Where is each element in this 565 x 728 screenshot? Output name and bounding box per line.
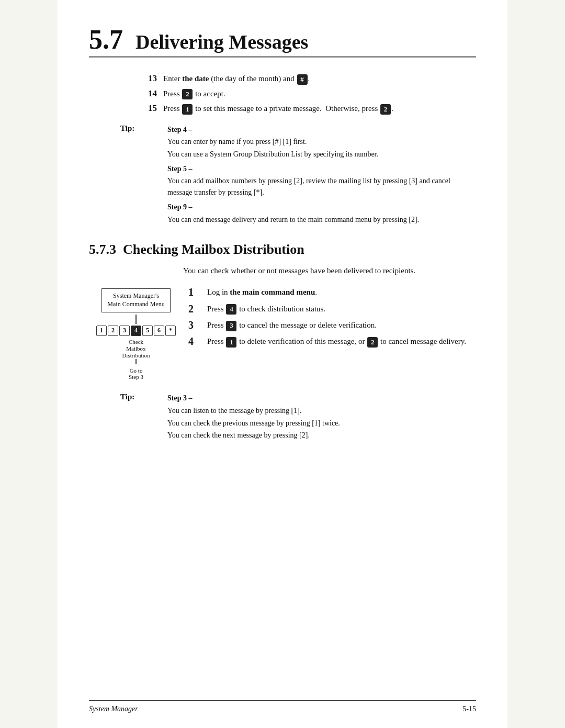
key-2-step14: 2 (182, 89, 193, 99)
step-13-text: Enter the date (the day of the month) an… (163, 73, 476, 85)
main-step-4-num: 4 (188, 335, 207, 348)
key-3-step3: 3 (226, 321, 236, 331)
step-14-num: 14 (141, 88, 163, 99)
diagram-box-line2: Main Command Menu (107, 300, 164, 308)
page: 5.7 Delivering Messages 13 Enter the dat… (58, 0, 507, 728)
diagram-box-line1: System Manager's (113, 292, 159, 299)
diag-key-6: 6 (154, 326, 164, 336)
main-step-3-num: 3 (188, 319, 207, 331)
main-step-4: 4 Press 1 to delete verification of this… (188, 335, 476, 348)
tip-block-1: Tip: Step 4 – You can enter by name if y… (120, 124, 476, 227)
page-footer: System Manager 5-15 (89, 700, 476, 713)
step-14: 14 Press 2 to accept. (141, 88, 476, 100)
subsection-number: 5.7.3 (89, 242, 116, 257)
main-step-3: 3 Press 3 to cancel the message or delet… (188, 319, 476, 331)
main-steps-block: 1 Log in the main command menu. 2 Press … (183, 286, 476, 352)
diag-key-star: * (165, 326, 176, 336)
key-hash: # (297, 74, 308, 85)
tip-label-2: Tip: (120, 393, 167, 442)
tip-step4-para2: You can use a System Group Distribution … (167, 149, 476, 160)
subsection-heading: 5.7.3 Checking Mailbox Distribution (89, 242, 476, 257)
footer-page: 5-15 (462, 705, 476, 713)
step-15: 15 Press 1 to set this message to a priv… (141, 103, 476, 115)
section-number: 5.7 (89, 26, 123, 53)
step-13: 13 Enter the date (the day of the month)… (141, 73, 476, 85)
main-step-1-text: Log in the main command menu. (207, 286, 476, 298)
diagram-label-line1: Check (129, 339, 143, 345)
key-1-step15: 1 (182, 104, 193, 115)
diagram-label-line3: Distribution (122, 352, 150, 359)
diagram-connector-line2 (135, 359, 137, 364)
tip-step4-heading: Step 4 – (167, 124, 476, 136)
step-14-text: Press 2 to accept. (163, 88, 476, 100)
key-2-step4: 2 (367, 337, 378, 348)
tip-content-2: Step 3 – You can listen to the message b… (167, 393, 476, 442)
tip2-step3-para1: You can listen to the message by pressin… (167, 405, 476, 417)
tip-step9-heading: Step 9 – (167, 201, 476, 213)
diag-key-3: 3 (119, 326, 130, 336)
step-13-num: 13 (141, 73, 163, 84)
key-4-step2: 4 (226, 304, 236, 315)
main-step-2-num: 2 (188, 303, 207, 315)
diagram-label: Check Mailbox Distribution (122, 339, 150, 360)
tip2-step3-para3: You can check the next message by pressi… (167, 430, 476, 441)
tip-step5-heading: Step 5 – (167, 163, 476, 175)
steps-top-block: 13 Enter the date (the day of the month)… (141, 73, 476, 115)
key-2-step15: 2 (380, 104, 391, 115)
tip-step5-para1: You can add mailbox numbers by pressing … (167, 175, 476, 198)
tip-block-2: Tip: Step 3 – You can listen to the mess… (120, 393, 476, 442)
tip-step9-para1: You can end message delivery and return … (167, 214, 476, 226)
tip-step4-para1: You can enter by name if you press [#] [… (167, 136, 476, 148)
tip-content-1: Step 4 – You can enter by name if you pr… (167, 124, 476, 227)
diagram-connector-line (135, 315, 137, 324)
section-heading: 5.7 Delivering Messages (89, 26, 476, 58)
tip-label-1: Tip: (120, 124, 167, 227)
main-step-3-text: Press 3 to cancel the message or delete … (207, 319, 476, 331)
diag-key-5: 5 (142, 326, 153, 336)
diagram-label-line2: Mailbox (126, 345, 145, 352)
diag-key-2: 2 (108, 326, 118, 336)
tip2-step3-para2: You can check the previous message by pr… (167, 418, 476, 429)
step-15-text: Press 1 to set this message to a private… (163, 103, 476, 115)
subsection-title: Checking Mailbox Distribution (123, 242, 304, 257)
diag-key-1: 1 (96, 326, 107, 336)
diagram-steps-row: System Manager's Main Command Menu 1 2 3… (89, 286, 476, 380)
main-step-1-num: 1 (188, 286, 207, 298)
footer-label: System Manager (89, 705, 138, 713)
diagram-goto: Go toStep 3 (129, 367, 143, 380)
intro-para: You can check whether or not messages ha… (183, 265, 476, 277)
main-step-1: 1 Log in the main command menu. (188, 286, 476, 298)
diagram-box: System Manager's Main Command Menu (101, 288, 170, 312)
diag-key-4-active: 4 (131, 326, 141, 336)
main-step-2-text: Press 4 to check distribution status. (207, 303, 476, 315)
section-title: Delivering Messages (135, 31, 308, 53)
diagram-area: System Manager's Main Command Menu 1 2 3… (89, 286, 183, 380)
tip2-step3-heading: Step 3 – (167, 393, 476, 404)
step-15-num: 15 (141, 103, 163, 114)
diagram-keys-row: 1 2 3 4 5 6 * (96, 326, 176, 336)
key-1-step4: 1 (226, 337, 236, 348)
main-step-2: 2 Press 4 to check distribution status. (188, 303, 476, 315)
main-step-4-text: Press 1 to delete verification of this m… (207, 335, 476, 348)
